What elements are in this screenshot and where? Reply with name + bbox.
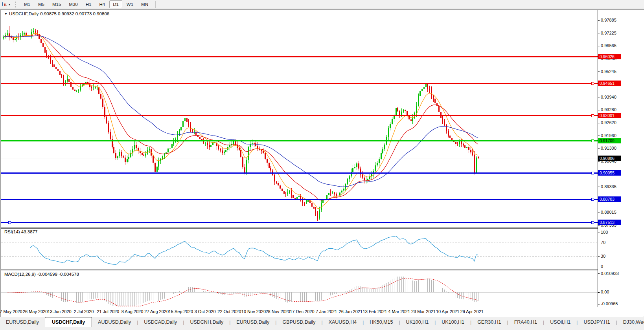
date-tick-label: 27 Aug 2020: [144, 309, 169, 314]
price-tick-mark: [598, 110, 600, 110]
symbol-tab-USDCAD-Daily[interactable]: USDCAD,Daily: [138, 318, 183, 326]
price-tick-mark: [598, 213, 600, 213]
rsi-tick-mark: [598, 256, 600, 257]
rsi-tick-mark: [598, 233, 600, 233]
price-tick-mark: [598, 136, 600, 136]
price-tick-label: 0.91300: [601, 146, 616, 150]
date-tick-label: 17 Dec 2020: [290, 309, 314, 314]
symbol-tab-AUDUSD-Daily[interactable]: AUDUSD,Daily: [92, 318, 137, 326]
symbol-tab-USDCHF-Daily[interactable]: USDCHF,Daily: [45, 317, 92, 327]
chart-tools-icon[interactable]: [2, 2, 7, 7]
toolbar-grip[interactable]: [15, 2, 16, 7]
price-level-label: 0.91709: [598, 138, 621, 143]
rsi-tick-label: 30: [601, 254, 605, 258]
macd-tick-mark: [598, 273, 600, 274]
rsi-canvas: [1, 229, 598, 270]
symbol-tab-FRA40-H1[interactable]: FRA40,H1: [508, 318, 543, 326]
price-level-label: 0.93001: [598, 113, 621, 118]
price-tick-label: 0.95245: [601, 69, 616, 74]
panel-splitter[interactable]: [1, 270, 643, 271]
date-tick-label: 22 Oct 2020: [217, 309, 241, 314]
price-tick-mark: [598, 123, 600, 123]
chart-window: ▼USDCHF,Daily0.90875 0.90932 0.90773 0.9…: [0, 9, 644, 317]
macd-tick-label: 0.010933: [601, 271, 619, 276]
date-tick-label: 10 Apr 2021: [436, 309, 459, 314]
timeframe-button-H1[interactable]: H1: [82, 0, 95, 8]
timeframe-button-M5[interactable]: M5: [35, 0, 48, 8]
symbol-tab-UK100-H1[interactable]: UK100,H1: [436, 318, 470, 326]
price-level-label: 0.94651: [598, 81, 621, 86]
symbol-tab-EURUSD-Daily[interactable]: EURUSD,Daily: [0, 318, 45, 326]
date-tick-label: 2 Jul 2020: [74, 309, 94, 314]
symbol-tab-DJ30-Weekly[interactable]: DJ30,Weekly: [617, 318, 644, 326]
main-chart-canvas[interactable]: [1, 10, 598, 227]
rsi-line: [30, 236, 478, 265]
price-tick-label: 0.93280: [601, 107, 616, 112]
price-tick-mark: [598, 20, 600, 21]
rsi-tick-label: 100: [601, 230, 608, 235]
chart-ohlc-values: 0.90875 0.90932 0.90773 0.90806: [40, 11, 109, 16]
timeframe-buttons-group: M1M5M15M30H1H4D1W1MN: [20, 0, 152, 8]
symbol-tab-UK100-H1[interactable]: UK100,H1: [400, 318, 435, 326]
symbol-tab-USDJPY-H1[interactable]: USDJPY,H1: [578, 318, 616, 326]
candlestick-series: [3, 26, 479, 221]
timeframe-button-H4[interactable]: H4: [96, 0, 109, 8]
price-level-label: 0.96026: [598, 54, 621, 59]
timeframe-toolbar: ▾ M1M5M15M30H1H4D1W1MN: [0, 0, 644, 9]
macd-tick-mark: [598, 304, 600, 304]
dropdown-arrow-icon[interactable]: ▾: [9, 3, 10, 6]
timeframe-button-M15[interactable]: M15: [49, 0, 64, 8]
price-tick-label: 0.88015: [601, 210, 616, 214]
macd-tick-label: 0.00: [601, 290, 609, 294]
price-tick-mark: [598, 46, 600, 46]
price-tick-mark: [598, 161, 600, 162]
rsi-tick-label: 70: [601, 240, 605, 245]
price-tick-label: 0.93940: [601, 95, 616, 99]
timeframe-button-MN[interactable]: MN: [138, 0, 152, 8]
chart-symbol-label: USDCHF,Daily: [9, 11, 39, 16]
price-tick-mark: [598, 187, 600, 187]
rsi-tick-mark: [598, 267, 600, 267]
rsi-tick-mark: [598, 243, 600, 243]
macd-canvas: [1, 271, 598, 307]
timeframe-button-W1[interactable]: W1: [123, 0, 137, 8]
horizontal-level-lines[interactable]: [1, 57, 598, 224]
price-tick-mark: [598, 226, 600, 226]
timeframe-button-D1[interactable]: D1: [109, 0, 122, 8]
chart-tab-bar: EURUSD,DailyUSDCHF,DailyAUDUSD,Daily|USD…: [0, 317, 644, 330]
price-tick-label: 0.91960: [601, 133, 616, 138]
date-tick-label: 13 Jun 2020: [48, 309, 72, 314]
macd-indicator-label: MACD(12,26,9) -0.004599 -0.004578: [4, 272, 79, 277]
symbol-tab-GBPUSD-Daily[interactable]: GBPUSD,Daily: [276, 318, 321, 326]
candlestick-tool-glyph: [2, 2, 7, 7]
price-level-label: 0.90055: [598, 170, 621, 176]
symbol-tab-EURUSD-Daily[interactable]: EURUSD,Daily: [230, 318, 275, 326]
date-tick-label: 15 Sep 2020: [169, 309, 193, 314]
price-axis[interactable]: 0.978850.972250.965650.959050.952450.945…: [598, 10, 643, 307]
price-tick-label: 0.89335: [601, 184, 616, 189]
symbol-tab-HK50-M15[interactable]: HK50,M15: [364, 318, 399, 326]
date-tick-label: 3 Oct 2020: [195, 309, 216, 314]
date-tick-label: 23 Mar 2021: [411, 309, 436, 314]
bid-price-label: 0.90806: [598, 156, 621, 161]
panel-splitter[interactable]: [1, 227, 643, 229]
symbol-tab-USOil-H1[interactable]: USOil,H1: [544, 318, 576, 326]
moving-average-lines: [4, 33, 478, 209]
symbol-tab-USDCNH-Daily[interactable]: USDCNH,Daily: [184, 318, 229, 326]
date-tick-label: 13 Feb 2021: [363, 309, 387, 314]
date-tick-label: 29 Apr 2021: [460, 309, 484, 314]
date-tick-label: 10 Nov 2020: [241, 309, 266, 314]
rsi-tick-label: 0: [601, 264, 603, 269]
symbol-tab-GER30-H1[interactable]: GER30,H1: [471, 318, 507, 326]
date-tick-label: 26 Jan 2021: [339, 309, 363, 314]
macd-tick-mark: [598, 292, 600, 293]
toolbar-separator: [155, 1, 156, 8]
time-axis[interactable]: 7 May 202026 May 202013 Jun 20202 Jul 20…: [1, 307, 643, 317]
symbol-tab-XAUUSD-H4[interactable]: XAUUSD,H4: [323, 318, 363, 326]
price-level-label: 0.88703: [598, 196, 621, 202]
timeframe-button-M30[interactable]: M30: [65, 0, 81, 8]
timeframe-button-M1[interactable]: M1: [20, 0, 34, 8]
price-tick-label: 0.97225: [601, 31, 616, 35]
macd-tick-label: -0.00965: [601, 301, 618, 306]
date-tick-label: 28 Nov 2020: [265, 309, 290, 314]
